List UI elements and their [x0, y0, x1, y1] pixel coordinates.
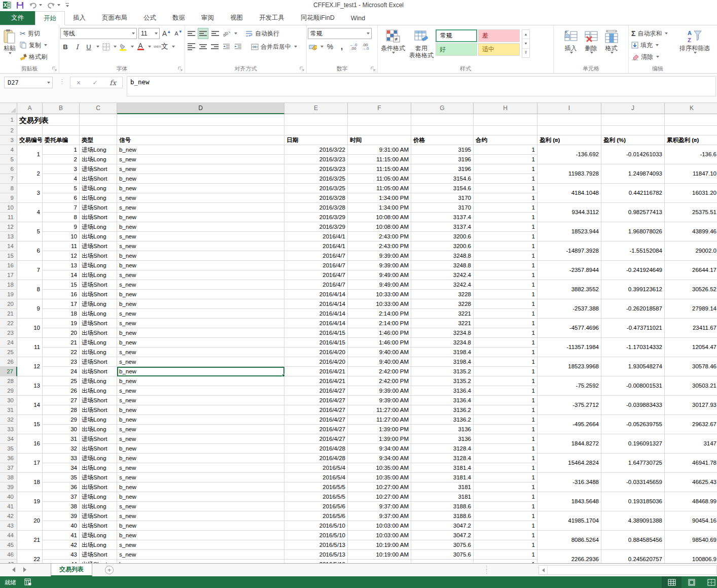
cell-H10[interactable]: 1	[474, 203, 537, 213]
cell-B35[interactable]: 32	[43, 444, 80, 454]
cell-C43[interactable]: 出场Short	[80, 521, 117, 531]
cell-G37[interactable]: 3181.4	[411, 463, 474, 473]
insert-cells-button[interactable]: 插入	[562, 27, 580, 65]
row-header-43[interactable]: 43	[0, 521, 17, 531]
cell-D12[interactable]: b_new	[117, 222, 284, 232]
trade-cum-profit-14[interactable]: 30127.93	[665, 396, 717, 415]
font-color-caret[interactable]	[148, 46, 151, 48]
cell-E35[interactable]: 2016/4/28	[284, 444, 348, 454]
cell-D1[interactable]	[117, 114, 284, 126]
cell-C19[interactable]: 出场Short	[80, 290, 117, 299]
cell-B29[interactable]: 26	[43, 386, 80, 396]
cell-C4[interactable]: 进场Long	[80, 145, 117, 155]
trade-profit-14[interactable]: -375.2712	[537, 396, 601, 415]
orientation-button[interactable]: ab	[222, 28, 232, 39]
cell-G35[interactable]: 3128.4	[411, 444, 474, 454]
column-header-J[interactable]: J	[601, 103, 665, 114]
cell-G2[interactable]	[411, 126, 474, 135]
trade-cum-profit-11[interactable]: 12054.47	[665, 338, 717, 357]
cell-H6[interactable]: 1	[474, 164, 537, 174]
cell-G31[interactable]: 3136.2	[411, 405, 474, 415]
cell-B13[interactable]: 10	[43, 232, 80, 241]
borders-button[interactable]	[101, 41, 111, 52]
row-header-14[interactable]: 14	[0, 241, 17, 251]
cell-C37[interactable]: 出场Long	[80, 463, 117, 473]
row-header-44[interactable]: 44	[0, 531, 17, 540]
cell-F34[interactable]: 1:39:00 PM	[348, 434, 411, 444]
cell-F22[interactable]: 2:14:00 PM	[348, 319, 411, 328]
format-cells-button[interactable]: 格式	[602, 27, 621, 65]
cell-B16[interactable]: 13	[43, 261, 80, 270]
cell-F26[interactable]: 9:40:00 AM	[348, 357, 411, 367]
cell-D6[interactable]: s_new	[117, 164, 284, 174]
row-header-46[interactable]: 46	[0, 550, 17, 560]
copy-button[interactable]: 复制	[18, 40, 49, 51]
cell-E5[interactable]: 2016/3/23	[284, 155, 348, 164]
cell-G15[interactable]: 3248.8	[411, 251, 474, 261]
ribbon-tab-7[interactable]: 视图	[222, 11, 251, 25]
row-header-37[interactable]: 37	[0, 463, 17, 473]
trade-no-11[interactable]: 11	[17, 338, 43, 357]
cell-D41[interactable]: s_new	[117, 502, 284, 511]
trade-profit-10[interactable]: -4577.4696	[537, 319, 601, 338]
trade-no-15[interactable]: 15	[17, 415, 43, 434]
cell-H34[interactable]: 1	[474, 434, 537, 444]
row-header-7[interactable]: 7	[0, 174, 17, 184]
cell-H26[interactable]: 1	[474, 357, 537, 367]
cell-F42[interactable]: 9:37:00 AM	[348, 511, 411, 521]
cell-C20[interactable]: 进场Long	[80, 299, 117, 309]
cell-B26[interactable]: 23	[43, 357, 80, 367]
cell-B37[interactable]: 34	[43, 463, 80, 473]
cell-D28[interactable]: b_new	[117, 376, 284, 386]
row-header-12[interactable]: 12	[0, 222, 17, 232]
cell-E15[interactable]: 2016/4/7	[284, 251, 348, 261]
delete-cells-button[interactable]: 删除	[582, 27, 600, 65]
cell-G32[interactable]: 3136.2	[411, 415, 474, 425]
row-header-29[interactable]: 29	[0, 386, 17, 396]
decrease-decimal-button[interactable]: .00→.0	[360, 41, 370, 52]
cell-G13[interactable]: 3200.6	[411, 232, 474, 241]
trade-profit-16[interactable]: 1844.8272	[537, 434, 601, 454]
cell-F5[interactable]: 11:15:00 AM	[348, 155, 411, 164]
trade-profit-17[interactable]: 15464.2824	[537, 454, 601, 473]
trade-profit-pct-13[interactable]: -0.008001531	[601, 376, 665, 396]
cell-H40[interactable]: 1	[474, 492, 537, 502]
cell-H8[interactable]: 1	[474, 184, 537, 193]
cell-C41[interactable]: 出场Long	[80, 502, 117, 511]
cell-D27[interactable]: b_new	[117, 367, 284, 376]
cell-D26[interactable]: s_new	[117, 357, 284, 367]
cell-H23[interactable]: 1	[474, 328, 537, 338]
cell-G12[interactable]: 3137.4	[411, 222, 474, 232]
ribbon-tab-8[interactable]: 开发工具	[251, 11, 293, 25]
cell-G8[interactable]: 3154.6	[411, 184, 474, 193]
cell-C45[interactable]: 出场Long	[80, 540, 117, 550]
trade-cum-profit-22[interactable]: 100806.9	[665, 550, 717, 563]
trade-profit-18[interactable]: -316.3488	[537, 473, 601, 492]
sheet-tab-active[interactable]: 交易列表	[51, 564, 92, 576]
cell-B36[interactable]: 33	[43, 454, 80, 463]
merge-center-button[interactable]: 合并后居中	[249, 41, 299, 52]
trade-profit-20[interactable]: 41985.1704	[537, 511, 601, 531]
cell-H18[interactable]: 1	[474, 280, 537, 290]
cell-D38[interactable]: s_new	[117, 473, 284, 482]
column-header-I[interactable]: I	[537, 103, 601, 114]
row-header-23[interactable]: 23	[0, 328, 17, 338]
trade-no-17[interactable]: 17	[17, 454, 43, 473]
cell-B25[interactable]: 22	[43, 348, 80, 357]
trade-cum-profit-1[interactable]: -136.6	[665, 145, 717, 164]
cell-H41[interactable]: 1	[474, 502, 537, 511]
cell-F32[interactable]: 11:27:00 AM	[348, 415, 411, 425]
cell-B46[interactable]: 43	[43, 550, 80, 560]
trade-profit-pct-16[interactable]: 0.196091327	[601, 434, 665, 454]
cell-F19[interactable]: 10:33:00 AM	[348, 290, 411, 299]
normal-view-button[interactable]	[662, 576, 682, 588]
cell-F39[interactable]: 10:27:00 AM	[348, 482, 411, 492]
trade-cum-profit-19[interactable]: 48468.99	[665, 492, 717, 511]
cell-H32[interactable]: 1	[474, 415, 537, 425]
row-header-20[interactable]: 20	[0, 299, 17, 309]
trade-cum-profit-13[interactable]: 30503.21	[665, 376, 717, 396]
ribbon-tab-9[interactable]: 同花顺iFinD	[293, 11, 343, 25]
row-header-42[interactable]: 42	[0, 511, 17, 521]
row-header-28[interactable]: 28	[0, 376, 17, 386]
font-name-combo[interactable]: 等线	[60, 28, 137, 39]
